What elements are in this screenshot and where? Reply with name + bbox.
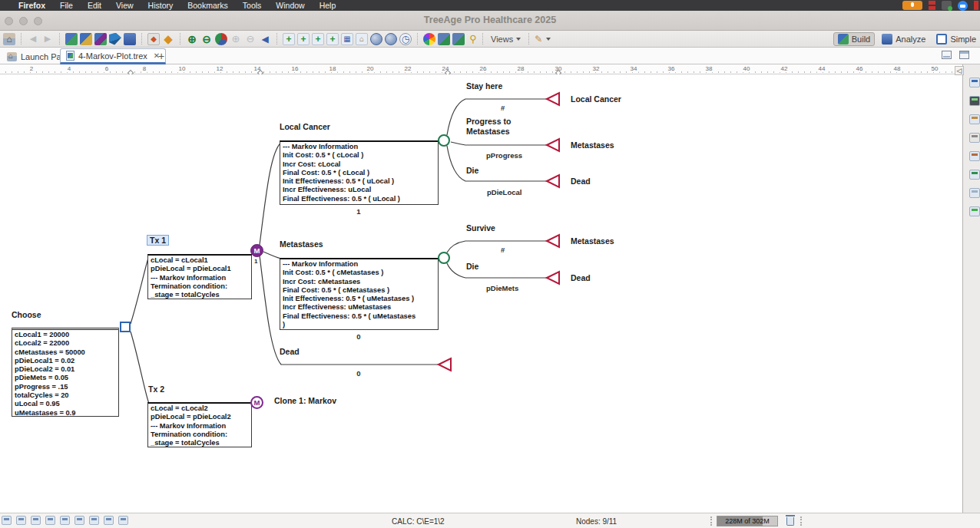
new-tab-button[interactable]: +: [158, 50, 164, 62]
menu-item[interactable]: Firefox: [18, 1, 45, 10]
decision-node[interactable]: [120, 322, 131, 332]
tasks-icon[interactable]: [969, 206, 980, 216]
doc-sm-icon[interactable]: [89, 516, 99, 525]
ruler-number: 42: [780, 65, 790, 72]
add-branch-icon[interactable]: [283, 33, 295, 45]
menu-item[interactable]: File: [60, 1, 73, 10]
branch-label-progress: Progress to Metastases: [466, 117, 521, 137]
memory-label: 228M of 302M: [717, 516, 777, 526]
chance-node-metastases[interactable]: [438, 252, 450, 264]
menu-item[interactable]: Bookmarks: [187, 1, 228, 10]
tree-views-icon[interactable]: [94, 33, 107, 45]
right-panel-icons: [969, 78, 980, 216]
new-tree-icon[interactable]: [65, 33, 78, 45]
roof-sm-icon[interactable]: [45, 516, 55, 525]
analyze-icon: [882, 34, 892, 45]
flag-sm-icon[interactable]: [31, 516, 41, 525]
window-icon[interactable]: [969, 188, 980, 198]
alert-icon[interactable]: [974, 1, 978, 10]
home-icon[interactable]: [3, 33, 15, 45]
analyze-mode-button[interactable]: Analyze: [878, 33, 929, 45]
terminal-node[interactable]: [547, 272, 559, 284]
drag-handle[interactable]: [800, 516, 803, 526]
ruler-number: 6: [104, 65, 110, 72]
terminal-node[interactable]: [547, 139, 559, 151]
markov-node-tx1[interactable]: M: [250, 244, 263, 257]
tree-canvas[interactable]: Choose cLocal1 = 20000cLocal2 = 22000cMe…: [0, 74, 962, 513]
menu-item[interactable]: View: [116, 1, 134, 10]
grid-sm-icon[interactable]: [60, 516, 70, 525]
mic-icon[interactable]: [902, 1, 922, 10]
menu-item[interactable]: History: [148, 1, 174, 10]
tree-export-icon[interactable]: [438, 33, 450, 45]
circle-1-icon[interactable]: [370, 33, 382, 45]
cell-sm-icon[interactable]: [74, 516, 84, 525]
keys-icon[interactable]: [467, 33, 479, 45]
zoom-in-icon[interactable]: [186, 33, 198, 45]
terminal-node[interactable]: [439, 358, 451, 371]
terminal-node[interactable]: [547, 93, 559, 105]
menu-item[interactable]: Tools: [243, 1, 262, 10]
minimize-editor-icon[interactable]: [942, 51, 952, 59]
circle-2-icon[interactable]: [385, 33, 397, 45]
toolbar-separator: [180, 33, 180, 45]
tx1-branch-label[interactable]: Tx 1: [147, 235, 169, 246]
curve2-sm-icon[interactable]: [118, 516, 128, 525]
collapse-panel-icon[interactable]: ◁: [955, 66, 964, 75]
views-dropdown[interactable]: Views: [491, 35, 521, 44]
tree-import-icon[interactable]: [452, 33, 465, 45]
terminal-node[interactable]: [547, 175, 559, 187]
chart-pie-icon[interactable]: [215, 33, 227, 45]
add-subtree-icon[interactable]: [312, 33, 324, 45]
tab-markov-plot[interactable]: 4-Markov-Plot.trex ✕: [60, 48, 166, 64]
print-icon[interactable]: [969, 133, 980, 143]
zoom-app-icon[interactable]: [958, 1, 968, 11]
menu-item[interactable]: Window: [276, 1, 304, 10]
tx2-branch-label[interactable]: Tx 2: [148, 384, 164, 394]
tree-3d-icon[interactable]: [109, 33, 121, 45]
menu-item[interactable]: Help: [319, 1, 336, 10]
menu-item[interactable]: Edit: [88, 1, 101, 10]
perspective-icon[interactable]: [2, 516, 12, 525]
open-tree-icon[interactable]: [80, 33, 92, 45]
tree-icon[interactable]: [969, 170, 980, 180]
record-icon[interactable]: [929, 1, 935, 10]
ruler-number: 12: [215, 65, 225, 72]
package-icon[interactable]: [162, 33, 174, 45]
rainbow-icon[interactable]: [423, 33, 435, 45]
build-mode-button[interactable]: Build: [833, 32, 875, 46]
curve-sm-icon[interactable]: [104, 516, 114, 525]
paste-subtree-icon[interactable]: [326, 33, 339, 45]
back-icon[interactable]: [27, 33, 39, 45]
zoom-fit-icon[interactable]: [244, 33, 257, 45]
clock-icon[interactable]: [399, 33, 412, 45]
garbage-collect-icon[interactable]: [786, 517, 794, 526]
collapse-icon[interactable]: [259, 33, 271, 45]
drag-handle[interactable]: [710, 516, 713, 526]
ruler-number: 36: [667, 65, 677, 72]
chance-node-local-cancer[interactable]: [438, 134, 450, 147]
preferences-icon[interactable]: [147, 33, 160, 45]
zoom-out-icon[interactable]: [200, 33, 213, 45]
zoom-sel-icon[interactable]: [230, 33, 242, 45]
brush-icon[interactable]: [532, 33, 545, 45]
maximize-editor-icon[interactable]: [959, 51, 969, 59]
console-icon[interactable]: [969, 96, 980, 106]
align-icon[interactable]: [356, 33, 368, 45]
terminal-node[interactable]: [547, 235, 559, 247]
ruler: 2468101214161820222426283032343638404244…: [0, 64, 962, 74]
forward-icon[interactable]: [41, 33, 54, 45]
info-line: Init Effectiveness: 0.5 * ( uLocal ): [283, 177, 435, 186]
markov-sm-icon[interactable]: [16, 516, 26, 525]
simple-mode-button[interactable]: Simple: [932, 33, 980, 45]
launch-icon[interactable]: [969, 114, 980, 124]
select-subtree-icon[interactable]: [341, 33, 353, 45]
info-line: Final Cost: 0.5 * ( cMetastases ): [283, 286, 435, 295]
markov-node-tx2[interactable]: M: [250, 396, 263, 409]
table-icon[interactable]: [969, 78, 980, 87]
add-branches-icon[interactable]: [297, 33, 310, 45]
app-badge-icon[interactable]: [942, 1, 952, 10]
mode-buttons: BuildAnalyzeSimple: [833, 32, 980, 46]
save-icon[interactable]: [124, 33, 136, 45]
people-icon[interactable]: [969, 151, 980, 161]
